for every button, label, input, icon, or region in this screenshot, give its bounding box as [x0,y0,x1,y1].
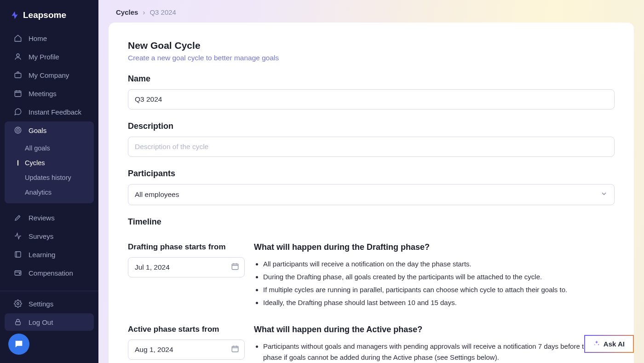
svg-rect-11 [232,264,238,270]
subnav-cycles[interactable]: Cycles [5,156,94,170]
chat-icon [14,108,22,116]
name-label: Name [128,74,615,84]
svg-rect-6 [15,252,21,257]
ask-ai-label: Ask AI [604,340,625,348]
sidebar-divider [0,291,98,291]
nav-label: Log Out [29,318,53,326]
nav-home[interactable]: Home [5,29,94,47]
nav-goals[interactable]: Goals [5,121,94,139]
nav-label: Home [29,35,47,42]
breadcrumb-current: Q3 2024 [150,8,176,16]
nav-label: Learning [29,251,55,259]
svg-rect-10 [16,322,21,325]
intercom-chat-button[interactable] [8,334,29,355]
nav-label: Reviews [29,214,55,222]
description-input[interactable] [128,137,615,157]
breadcrumb: Cycles › Q3 2024 [98,0,644,23]
page-subtitle: Create a new goal cycle to better manage… [128,54,615,62]
description-label: Description [128,121,615,131]
calendar-icon[interactable] [231,345,239,355]
active-info-list: Participants without goals and managers … [254,341,615,363]
goals-submenu: All goals Cycles Updates history Analyti… [5,139,94,203]
timeline-label: Timeline [128,217,615,227]
drafting-info-heading: What will happen during the Drafting pha… [254,242,615,252]
svg-point-9 [17,303,19,305]
nav-my-company[interactable]: My Company [5,66,94,84]
subnav-all-goals[interactable]: All goals [5,141,94,156]
chevron-right-icon: › [143,8,145,16]
pencil-icon [14,213,22,222]
nav-label: Instant Feedback [29,108,81,116]
svg-rect-1 [15,73,21,78]
page-title: New Goal Cycle [128,40,615,51]
nav-reviews[interactable]: Reviews [5,209,94,226]
home-icon [14,34,22,42]
calendar-icon[interactable] [231,262,239,272]
wallet-icon [14,269,22,277]
target-icon [14,126,22,134]
nav-label: Meetings [29,90,57,98]
name-input[interactable] [128,89,615,109]
participants-select[interactable]: All employees [128,184,615,205]
ask-ai-button[interactable]: Ask AI [584,335,634,353]
primary-nav: Home My Profile My Company Meetings Inst… [0,29,98,288]
nav-label: Goals [29,127,46,134]
briefcase-icon [14,71,22,79]
chevron-down-icon [600,190,608,199]
list-item: If multiple cycles are running in parall… [263,284,615,295]
chat-bubble-icon [14,339,24,349]
participants-label: Participants [128,169,615,179]
list-item: All participants will receive a notifica… [263,259,615,270]
sidebar: Leapsome Home My Profile My Company Meet… [0,0,98,363]
nav-label: Settings [29,300,53,308]
sparkle-icon [593,340,600,348]
form-card: New Goal Cycle Create a new goal cycle t… [109,23,634,363]
nav-label: Surveys [29,232,53,240]
nav-surveys[interactable]: Surveys [5,227,94,245]
svg-rect-12 [232,346,238,352]
subnav-analytics[interactable]: Analytics [5,185,94,200]
active-phase-label: Active phase starts from [128,325,245,334]
svg-point-8 [19,273,20,274]
gear-icon [14,300,22,308]
svg-rect-2 [15,91,21,97]
drafting-date-input[interactable] [128,257,245,277]
drafting-phase-label: Drafting phase starts from [128,242,245,252]
nav-my-profile[interactable]: My Profile [5,48,94,65]
brand-name: Leapsome [23,10,66,20]
participants-value: All employees [135,190,179,199]
list-item: Ideally, the Drafting phase should last … [263,297,615,308]
brand-logo[interactable]: Leapsome [0,0,98,29]
list-item: Participants without goals and managers … [263,341,615,363]
breadcrumb-cycles[interactable]: Cycles [116,8,138,16]
nav-label: My Company [29,71,69,79]
nav-logout[interactable]: Log Out [5,313,94,331]
nav-settings[interactable]: Settings [5,295,94,312]
user-icon [14,52,22,61]
activity-icon [14,232,22,240]
nav-meetings[interactable]: Meetings [5,85,94,102]
nav-learning[interactable]: Learning [5,246,94,263]
nav-instant-feedback[interactable]: Instant Feedback [5,103,94,121]
drafting-info-list: All participants will receive a notifica… [254,259,615,308]
lock-icon [14,318,22,326]
main-content: Cycles › Q3 2024 New Goal Cycle Create a… [98,0,644,363]
svg-point-3 [15,127,21,133]
nav-label: My Profile [29,53,59,61]
svg-point-5 [17,130,18,131]
calendar-icon [14,89,22,98]
leapsome-icon [10,11,19,20]
svg-point-4 [16,128,20,132]
active-info-heading: What will happen during the Active phase… [254,325,615,334]
svg-point-0 [17,54,19,57]
list-item: During the Drafting phase, all goals cre… [263,271,615,282]
nav-compensation[interactable]: Compensation [5,264,94,282]
book-icon [14,250,22,259]
subnav-updates-history[interactable]: Updates history [5,170,94,185]
nav-label: Compensation [29,269,73,277]
active-date-input[interactable] [128,340,245,360]
